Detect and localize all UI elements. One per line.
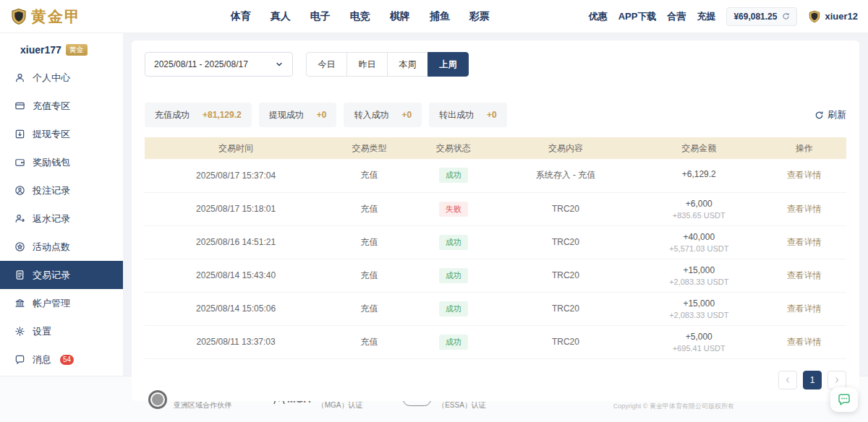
nav-sports[interactable]: 体育 (231, 10, 251, 23)
cell-amount-usdt: +5,571.03 USDT (636, 244, 762, 253)
brand-logo[interactable]: 黄金甲 (10, 7, 132, 27)
sidebar-item-label: 充值专区 (33, 100, 70, 113)
summary-value: +0 (317, 110, 327, 120)
rebate-icon (14, 213, 25, 224)
tab-last-week[interactable]: 上周 (427, 52, 469, 77)
col-type: 交易类型 (327, 137, 411, 159)
wallet-icon (14, 157, 25, 168)
cell-amount-usdt: +835.65 USDT (636, 211, 762, 220)
view-details-link[interactable]: 查看详情 (787, 170, 822, 180)
link-promos[interactable]: 优惠 (589, 10, 608, 23)
nav-fishing[interactable]: 捕鱼 (430, 10, 450, 23)
cell-amount: +40,000 (636, 232, 762, 242)
refresh-icon (814, 111, 824, 120)
prev-page-button[interactable] (778, 371, 797, 389)
link-app-download[interactable]: APP下载 (618, 10, 657, 23)
summary-label: 转入成功 (354, 109, 388, 121)
filter-row: 2025/08/11 - 2025/08/17 今日 昨日 本周 上周 (145, 52, 846, 77)
tab-this-week[interactable]: 本周 (387, 52, 428, 77)
chat-icon (14, 354, 25, 365)
status-badge: 成功 (439, 235, 468, 250)
sidebar-item-label: 消息 (33, 353, 51, 366)
summary-value: +81,129.2 (203, 110, 242, 120)
main-nav: 体育 真人 电子 电竞 棋牌 捕鱼 彩票 (231, 10, 490, 23)
user-shield-icon (808, 10, 821, 23)
summary-row: 充值成功 +81,129.2 提现成功 +0 转入成功 +0 转出成功 +0 (145, 103, 846, 127)
cell-content: TRC20 (495, 325, 636, 358)
sidebar-item-personal-center[interactable]: 个人中心 (0, 64, 123, 92)
withdraw-icon (14, 129, 25, 139)
sidebar-item-label: 设置 (33, 325, 51, 338)
table-header-row: 交易时间 交易类型 交易状态 交易内容 交易金额 操作 (145, 137, 846, 159)
next-page-button[interactable] (827, 371, 846, 389)
sidebar: xiuer177 黄金 个人中心 充值专区 提现专区 奖励钱包 投注记录 返水记… (0, 33, 123, 376)
view-details-link[interactable]: 查看详情 (787, 303, 822, 314)
view-details-link[interactable]: 查看详情 (787, 337, 822, 347)
sidebar-item-settings[interactable]: 设置 (0, 317, 123, 345)
table-row: 2025/08/17 15:37:04 充值 成功 系统存入 - 充值 +6,1… (145, 159, 846, 192)
table-row: 2025/08/11 13:37:03 充值 成功 TRC20 +5,000+6… (145, 325, 846, 358)
balance-pill[interactable]: ¥69,081.25 (726, 7, 797, 26)
cell-content: TRC20 (495, 225, 636, 259)
nav-cards[interactable]: 棋牌 (390, 10, 410, 23)
cell-type: 充值 (327, 259, 411, 292)
chat-bubble-icon (837, 392, 851, 407)
pagination: 1 (145, 371, 846, 389)
nav-slots[interactable]: 电子 (310, 10, 331, 23)
sidebar-item-label: 个人中心 (33, 72, 70, 85)
tab-today[interactable]: 今日 (306, 52, 347, 77)
date-quick-tabs: 今日 昨日 本周 上周 (306, 52, 469, 77)
col-time: 交易时间 (145, 137, 327, 159)
sidebar-item-rebate-records[interactable]: 返水记录 (0, 204, 123, 233)
sidebar-item-messages[interactable]: 消息 54 (0, 345, 123, 374)
nav-live[interactable]: 真人 (271, 10, 291, 23)
tab-yesterday[interactable]: 昨日 (346, 52, 388, 77)
refresh-button[interactable]: 刷新 (814, 108, 846, 121)
sidebar-item-deposit[interactable]: 充值专区 (0, 92, 123, 120)
sidebar-item-account-management[interactable]: 帐户管理 (0, 289, 123, 317)
view-details-link[interactable]: 查看详情 (787, 204, 822, 214)
cell-type: 充值 (327, 159, 411, 192)
customer-service-button[interactable] (830, 387, 858, 412)
chevron-down-icon (275, 60, 284, 69)
cell-time: 2025/08/17 15:37:04 (145, 159, 327, 192)
cell-type: 充值 (327, 325, 411, 358)
date-range-value: 2025/08/11 - 2025/08/17 (154, 59, 248, 69)
status-badge: 失败 (439, 202, 468, 217)
bank-icon (14, 298, 25, 309)
sidebar-item-activity-points[interactable]: 活动点数 (0, 233, 123, 261)
sidebar-item-reward-wallet[interactable]: 奖励钱包 (0, 148, 123, 176)
sidebar-item-bet-records[interactable]: 投注记录 (0, 176, 123, 204)
cell-amount-usdt: +695.41 USDT (636, 344, 762, 353)
sidebar-user: xiuer177 黄金 (0, 36, 123, 64)
partner-line2: 亚洲区域合作伙伴 (174, 400, 239, 411)
table-row: 2025/08/14 15:43:40 充值 成功 TRC20 +15,000+… (145, 259, 846, 292)
sidebar-item-label: 交易记录 (33, 269, 70, 282)
sidebar-item-transaction-records[interactable]: 交易记录 (0, 261, 123, 289)
cell-amount: +15,000 (636, 298, 762, 309)
summary-deposit-success: 充值成功 +81,129.2 (145, 103, 252, 127)
header-right: 优惠 APP下载 合营 充提 ¥69,081.25 xiuer12 (589, 7, 858, 26)
link-deposit-withdraw[interactable]: 充提 (697, 10, 715, 23)
sidebar-item-withdraw[interactable]: 提现专区 (0, 120, 123, 148)
points-star-icon (14, 241, 25, 252)
date-range-select[interactable]: 2025/08/11 - 2025/08/17 (145, 52, 293, 77)
view-details-link[interactable]: 查看详情 (787, 237, 822, 247)
status-badge: 成功 (439, 168, 468, 183)
cell-type: 充值 (327, 292, 411, 325)
view-details-link[interactable]: 查看详情 (787, 270, 822, 280)
refresh-balance-icon (782, 12, 790, 20)
nav-lottery[interactable]: 彩票 (469, 10, 490, 23)
summary-transfer-out-success: 转出成功 +0 (429, 103, 507, 127)
summary-value: +0 (487, 110, 497, 120)
transaction-doc-icon (14, 270, 25, 280)
status-badge: 成功 (439, 268, 468, 283)
col-action: 操作 (762, 137, 846, 159)
cell-time: 2025/08/17 15:18:01 (145, 192, 327, 225)
link-affiliate[interactable]: 合营 (667, 10, 686, 23)
user-chip[interactable]: xiuer12 (808, 10, 858, 23)
summary-label: 转出成功 (439, 109, 474, 121)
nav-esports[interactable]: 电竞 (350, 10, 370, 23)
sidebar-item-label: 活动点数 (33, 241, 70, 254)
page-1-button[interactable]: 1 (803, 371, 822, 389)
